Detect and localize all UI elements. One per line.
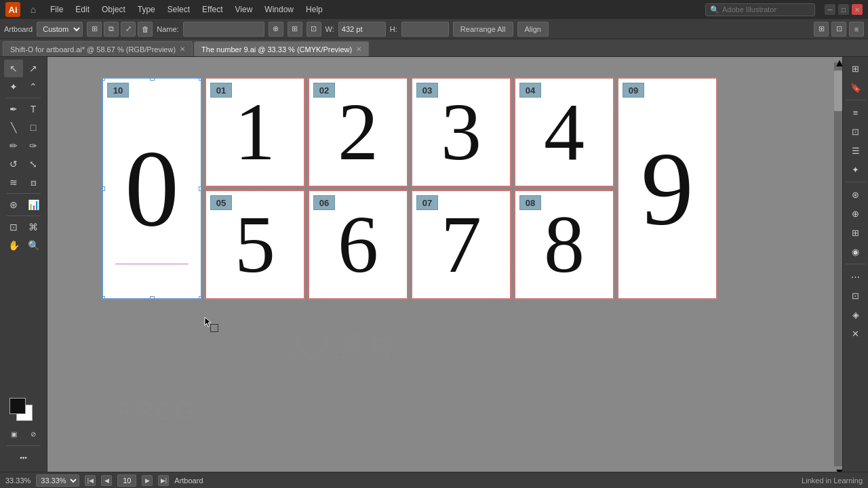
pen-tool[interactable]: ✒	[4, 100, 23, 118]
hand-tool[interactable]: ✋	[4, 237, 23, 254]
tab-artboard[interactable]: Shift-O for artboard.ai* @ 58.67 % (RGB/…	[3, 41, 193, 56]
more-tools-btn[interactable]: •••	[14, 449, 33, 466]
layout-icon[interactable]: ⊡	[831, 22, 846, 37]
right-panel-icon-10[interactable]: ⊡	[846, 287, 865, 304]
grid-icon[interactable]: ⊞	[288, 22, 302, 37]
scroll-up-btn[interactable]: ▲	[834, 57, 842, 62]
libraries-icon[interactable]: 🔖	[846, 79, 865, 96]
free-transform-tool[interactable]: ⧈	[24, 174, 43, 191]
artboard-delete-btn[interactable]: 🗑	[138, 22, 153, 37]
handle-mr[interactable]	[199, 186, 202, 191]
card-7[interactable]: 07 7	[411, 190, 511, 300]
scale-tool[interactable]: ⤡	[24, 155, 43, 173]
card-3[interactable]: 03 3	[411, 77, 511, 187]
tab-number9-close[interactable]: ✕	[356, 45, 361, 53]
search-input[interactable]	[722, 5, 810, 14]
right-panel-icon-7[interactable]: ⊞	[846, 224, 865, 241]
maximize-button[interactable]: □	[838, 4, 849, 15]
direct-select-tool[interactable]: ↗	[24, 60, 43, 77]
card-5[interactable]: 05 5	[205, 190, 305, 300]
menu-icon[interactable]: ≡	[849, 22, 864, 37]
menu-window[interactable]: Window	[259, 3, 299, 16]
right-panel-icon-4[interactable]: ✦	[846, 161, 865, 178]
handle-tr[interactable]	[199, 77, 202, 81]
type-tool[interactable]: T	[24, 100, 43, 118]
handle-bm[interactable]	[150, 296, 155, 300]
tab-number9[interactable]: The number 9.ai @ 33.33 % (CMYK/Preview)…	[194, 41, 369, 56]
search-box[interactable]: 🔍	[705, 3, 815, 16]
rearrange-all-button[interactable]: Rearrange All	[453, 22, 513, 37]
align-button[interactable]: Align	[517, 22, 549, 37]
rotate-tool[interactable]: ↺	[4, 155, 23, 173]
card-2[interactable]: 02 2	[308, 77, 408, 187]
lasso-tool[interactable]: ⌃	[24, 78, 43, 96]
artboard-tool-left[interactable]: ⊡	[4, 218, 23, 236]
pencil-tool[interactable]: ✑	[24, 137, 43, 155]
magic-wand-tool[interactable]: ✦	[4, 78, 23, 96]
foreground-color-swatch[interactable]	[9, 398, 26, 414]
none-swatch[interactable]: ⊘	[24, 425, 43, 443]
card-4[interactable]: 04 4	[514, 77, 614, 187]
minimize-button[interactable]: ─	[825, 4, 835, 15]
zoom-tool[interactable]: 🔍	[24, 237, 43, 254]
menu-view[interactable]: View	[230, 3, 258, 16]
column-graph-tool[interactable]: 📊	[24, 196, 43, 214]
menu-file[interactable]: File	[45, 3, 68, 16]
panels-icon[interactable]: ⊞	[814, 22, 829, 37]
menu-select[interactable]: Select	[162, 3, 195, 16]
scroll-down-btn[interactable]: ▼	[834, 466, 842, 472]
width-input[interactable]	[338, 22, 386, 37]
scroll-thumb-v[interactable]	[834, 70, 842, 111]
height-input[interactable]	[401, 22, 449, 37]
nav-prev-btn[interactable]: ◀	[101, 475, 112, 486]
right-panel-icon-5[interactable]: ⊛	[846, 186, 865, 203]
artboard-duplicate-btn[interactable]: ⧉	[104, 22, 119, 37]
home-icon[interactable]: ⌂	[26, 2, 41, 17]
right-panel-icon-9[interactable]: ⋯	[846, 268, 865, 285]
close-button[interactable]: ✕	[852, 4, 863, 15]
menu-type[interactable]: Type	[132, 3, 161, 16]
gradient-tool-swatch[interactable]: ▣	[4, 425, 23, 443]
card-1[interactable]: 01 1	[205, 77, 305, 187]
vertical-scrollbar[interactable]: ▲ ▼	[834, 57, 842, 472]
artboard-name-input[interactable]	[183, 22, 264, 37]
color-swatches[interactable]	[9, 398, 38, 424]
line-tool[interactable]: ╲	[4, 119, 23, 136]
right-panel-icon-11[interactable]: ◈	[846, 306, 865, 323]
artboard-new-btn[interactable]: ⊞	[87, 22, 102, 37]
select-tool[interactable]: ↖	[4, 60, 23, 77]
nav-last-btn[interactable]: ▶|	[158, 475, 169, 486]
tab-artboard-close[interactable]: ✕	[180, 45, 185, 53]
right-panel-icon-12[interactable]: ✕	[846, 325, 865, 342]
properties-icon[interactable]: ⊞	[846, 60, 865, 77]
right-panel-icon-3[interactable]: ☰	[846, 142, 865, 159]
menu-edit[interactable]: Edit	[70, 3, 95, 16]
menu-object[interactable]: Object	[96, 3, 131, 16]
right-panel-icon-6[interactable]: ⊕	[846, 205, 865, 222]
handle-tl[interactable]	[102, 77, 105, 81]
card-8[interactable]: 08 8	[514, 190, 614, 300]
zoom-select[interactable]: 33.33%	[36, 474, 79, 487]
symbol-tool[interactable]: ⊛	[4, 196, 23, 214]
handle-ml[interactable]	[102, 186, 105, 191]
artboard-preset-select[interactable]: Custom	[37, 22, 83, 37]
align-icon[interactable]: ⊡	[307, 22, 321, 37]
menu-effect[interactable]: Effect	[197, 3, 228, 16]
artboard-move-btn[interactable]: ⤢	[121, 22, 136, 37]
menu-help[interactable]: Help	[300, 3, 328, 16]
card-9[interactable]: 09 9	[617, 77, 717, 300]
right-panel-icon-2[interactable]: ⊡	[846, 123, 865, 140]
warp-tool[interactable]: ≋	[4, 174, 23, 191]
card-6[interactable]: 06 6	[308, 190, 408, 300]
slice-tool[interactable]: ⌘	[24, 218, 43, 236]
handle-tm[interactable]	[150, 77, 155, 81]
nav-first-btn[interactable]: |◀	[85, 475, 96, 486]
page-input[interactable]	[117, 474, 136, 487]
nav-next-btn[interactable]: ▶	[142, 475, 153, 486]
transform-icon[interactable]: ⊕	[269, 22, 283, 37]
right-panel-icon-1[interactable]: ≡	[846, 104, 865, 121]
handle-br[interactable]	[199, 296, 202, 300]
canvas-area[interactable]: RRCG 人人素材 RRCG 人人素材 RRCG 人人素材 10 0	[47, 57, 842, 472]
shape-tool[interactable]: □	[24, 119, 43, 136]
handle-bl[interactable]	[102, 296, 105, 300]
